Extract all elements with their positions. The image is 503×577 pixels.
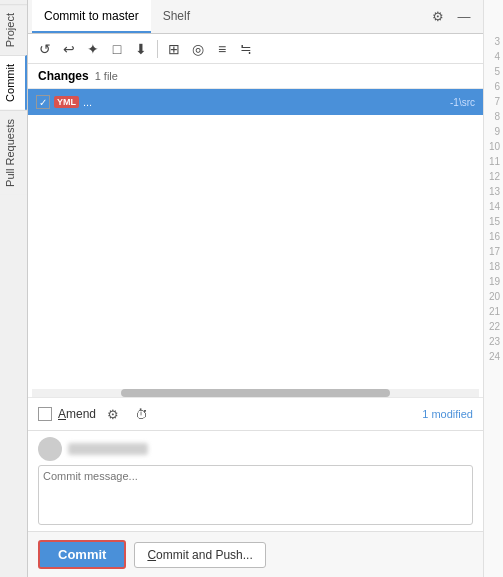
commit-and-push-button[interactable]: Commit and Push... [134, 542, 265, 568]
minimize-icon[interactable]: — [453, 6, 475, 28]
toolbar: ↺ ↩ ✦ □ ⬇ ⊞ ◎ ≡ ≒ [28, 34, 483, 64]
avatar [38, 437, 62, 461]
tab-bar-icons: ⚙ — [427, 6, 479, 28]
line-num: 11 [484, 154, 503, 169]
tab-commit-to-master[interactable]: Commit to master [32, 0, 151, 33]
commit-button[interactable]: Commit [38, 540, 126, 569]
eye-btn[interactable]: ◎ [187, 38, 209, 60]
line-num: 19 [484, 274, 503, 289]
download-btn[interactable]: ⬇ [130, 38, 152, 60]
line-num: 17 [484, 244, 503, 259]
line-num: 6 [484, 79, 503, 94]
add-btn[interactable]: ✦ [82, 38, 104, 60]
vertical-sidebar: Project Commit Pull Requests [0, 0, 28, 577]
changes-count: 1 file [95, 70, 118, 82]
amend-settings-icon[interactable]: ⚙ [102, 403, 124, 425]
line-num: 5 [484, 64, 503, 79]
list-btn[interactable]: ≡ [211, 38, 233, 60]
settings-icon[interactable]: ⚙ [427, 6, 449, 28]
line-num: 22 [484, 319, 503, 334]
horizontal-scrollbar[interactable] [32, 389, 479, 397]
user-name [68, 443, 148, 455]
sidebar-item-pull-requests[interactable]: Pull Requests [0, 110, 27, 195]
changes-label: Changes [38, 69, 89, 83]
line-num: 23 [484, 334, 503, 349]
file-type-badge: YML [54, 96, 79, 108]
line-num: 24 [484, 349, 503, 364]
refresh-btn[interactable]: ↺ [34, 38, 56, 60]
stage-btn[interactable]: □ [106, 38, 128, 60]
file-path: -1\src [450, 97, 475, 108]
changes-header: Changes 1 file [28, 64, 483, 89]
line-num: 3 [484, 34, 503, 49]
main-area: Commit to master Shelf ⚙ — ↺ ↩ ✦ □ ⬇ ⊞ ◎… [28, 0, 483, 577]
commit-message-input[interactable] [38, 465, 473, 525]
amend-label: Amend [58, 407, 96, 421]
amend-history-icon[interactable]: ⏱ [130, 403, 152, 425]
file-list: YML ... -1\src [28, 89, 483, 389]
line-num: 16 [484, 229, 503, 244]
line-numbers: 3 4 5 6 7 8 9 10 11 12 13 14 15 16 17 18… [483, 0, 503, 577]
user-info [38, 437, 473, 461]
sidebar-item-project[interactable]: Project [0, 4, 27, 55]
line-num: 4 [484, 49, 503, 64]
line-num: 14 [484, 199, 503, 214]
line-num: 21 [484, 304, 503, 319]
file-checkbox[interactable] [36, 95, 50, 109]
line-num: 20 [484, 289, 503, 304]
line-num: 10 [484, 139, 503, 154]
table-row[interactable]: YML ... -1\src [28, 89, 483, 115]
grid-btn[interactable]: ⊞ [163, 38, 185, 60]
commit-message-area [28, 430, 483, 531]
toolbar-sep-1 [157, 40, 158, 58]
undo-btn[interactable]: ↩ [58, 38, 80, 60]
line-num: 9 [484, 124, 503, 139]
scrollbar-thumb[interactable] [121, 389, 389, 397]
tab-bar: Commit to master Shelf ⚙ — [28, 0, 483, 34]
sidebar-item-commit[interactable]: Commit [0, 55, 27, 110]
line-num: 7 [484, 94, 503, 109]
file-name: ... [83, 96, 446, 108]
line-num: 12 [484, 169, 503, 184]
amend-checkbox[interactable] [38, 407, 52, 421]
modified-badge: 1 modified [422, 408, 473, 420]
line-num: 8 [484, 109, 503, 124]
amend-row: Amend ⚙ ⏱ 1 modified [28, 397, 483, 430]
bottom-buttons: Commit Commit and Push... [28, 531, 483, 577]
line-num: 18 [484, 259, 503, 274]
sort-btn[interactable]: ≒ [235, 38, 257, 60]
tab-shelf[interactable]: Shelf [151, 0, 202, 33]
line-num: 13 [484, 184, 503, 199]
line-num: 15 [484, 214, 503, 229]
